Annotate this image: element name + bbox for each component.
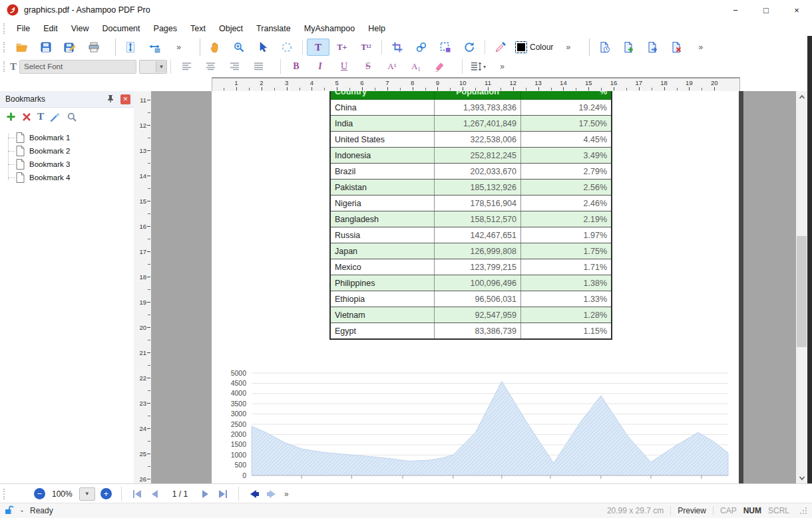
window-edge [807,36,812,496]
nav-toolbar-grip[interactable] [3,489,6,499]
eyedropper-tool-icon [495,41,507,53]
eyedropper-tool-button[interactable] [489,39,512,56]
minimize-button[interactable]: − [720,0,751,20]
fit-width-button[interactable] [143,39,166,56]
view-mode-label[interactable]: Preview [678,506,706,515]
crop-tool-button[interactable] [386,39,409,56]
rename-bookmark-icon[interactable]: T [37,111,44,122]
format-toolbar-grip[interactable] [3,61,6,72]
subscript-button[interactable]: A₁ [405,58,427,75]
scrollbar-thumb[interactable] [797,236,807,347]
italic-icon: I [318,61,321,72]
next-page-button[interactable] [197,487,214,501]
previous-page-button[interactable] [146,487,163,501]
ruler-number: 20 [711,79,718,86]
resize-grip[interactable] [800,507,808,515]
main-toolbar-grip[interactable] [3,42,6,53]
nav-overflow-button[interactable]: » [284,489,288,499]
view-overflow-button[interactable]: » [167,39,190,56]
line-spacing-button[interactable]: ▾ [467,58,489,75]
align-justify-button[interactable] [247,58,270,75]
fit-height-button[interactable] [119,39,142,56]
menu-object[interactable]: Object [212,24,250,33]
add-text-tool-button[interactable]: T+ [331,39,353,56]
bookmark-item[interactable]: Bookmark 4 [0,171,134,184]
select-tool-button[interactable] [252,39,274,56]
open-file-button[interactable] [11,39,33,56]
last-page-button[interactable] [214,487,232,501]
scroll-down-icon[interactable] [796,472,807,483]
table-cell: 1,393,783,836 [435,100,521,116]
ruler-number: 15 [585,79,592,86]
bookmark-item[interactable]: Bookmark 3 [0,158,134,171]
menu-help[interactable]: Help [361,24,392,33]
font-name-field[interactable]: Select Font [19,60,136,74]
hyperlink-tool-button[interactable] [410,39,433,56]
select-object-tool-button[interactable] [434,39,457,56]
page-add-button[interactable] [617,39,640,56]
scroll-lock-indicator: SCRL [768,506,789,515]
menu-view[interactable]: View [65,24,96,33]
page-replace-button[interactable] [593,39,616,56]
font-size-combo[interactable]: ▼ [139,60,167,74]
save-button[interactable] [35,39,57,56]
y-axis-label: 3500 [231,400,247,408]
table-row: India1,267,401,84917.50% [330,116,612,132]
bookmark-label: Bookmark 4 [29,174,70,182]
first-page-button[interactable] [128,487,146,501]
status-bar: - Ready 20.99 x 29.7 cm Preview CAP NUM … [0,503,812,518]
align-center-button[interactable] [199,58,222,75]
pin-icon[interactable] [106,94,115,105]
bookmark-item[interactable]: Bookmark 1 [0,131,134,144]
save-as-button[interactable] [59,39,81,56]
menu-grip[interactable] [3,23,6,34]
menu-translate[interactable]: Translate [250,24,298,33]
add-bookmark-icon[interactable] [6,112,16,122]
delete-bookmark-icon[interactable] [22,112,31,122]
text-numbering-tool-button[interactable]: T¹² [355,39,377,56]
edit-overflow-button[interactable]: » [556,39,579,56]
reflow-tool-button[interactable] [458,39,481,56]
rotate-selection-tool-button[interactable] [276,39,298,56]
hyperlink-tool-icon [415,41,427,53]
italic-button[interactable]: I [309,58,331,75]
align-left-button[interactable] [175,58,198,75]
scroll-up-icon[interactable] [796,91,807,102]
auto-bookmark-wand-icon[interactable] [50,112,61,122]
menu-text[interactable]: Text [184,24,212,33]
search-bookmark-icon[interactable] [67,112,77,122]
menu-edit[interactable]: Edit [37,24,65,33]
history-back-button[interactable] [246,487,263,501]
menu-pages[interactable]: Pages [147,24,184,33]
strikethrough-button[interactable]: S [357,58,379,75]
zoom-dropdown[interactable]: ▼ [79,487,95,501]
superscript-button[interactable]: A¹ [381,58,403,75]
bookmark-item[interactable]: Bookmark 2 [0,144,134,158]
menu-document[interactable]: Document [96,24,147,33]
zoom-in-button[interactable]: + [101,488,112,499]
text-tool-button[interactable]: T [307,39,329,56]
highlighter-button[interactable] [429,58,451,75]
table-cell: 158,512,570 [435,211,521,227]
bold-button[interactable]: B [285,58,307,75]
zoom-out-button[interactable]: − [34,488,45,499]
menu-file[interactable]: File [10,24,37,33]
maximize-button[interactable]: □ [751,0,781,20]
vertical-scrollbar[interactable] [796,91,807,483]
hand-tool-button[interactable] [204,39,226,56]
zoom-tool-button[interactable] [228,39,250,56]
format-overflow-button[interactable]: » [491,58,513,75]
history-forward-button[interactable] [263,487,280,501]
underline-button[interactable]: U [333,58,355,75]
panel-close-icon[interactable]: ✕ [120,94,130,104]
print-button[interactable] [83,39,105,56]
page-extract-button[interactable] [641,39,664,56]
close-button[interactable]: × [781,0,812,20]
menu-myashampoo[interactable]: MyAshampoo [298,24,361,33]
colour-picker-button[interactable]: Colour [513,39,555,56]
y-axis-label: 1500 [231,440,247,448]
align-right-button[interactable] [223,58,246,75]
pdf-page[interactable]: CountryPopulation% China1,393,783,83619.… [212,91,739,483]
pages-overflow-button[interactable]: » [689,39,711,56]
page-delete-button[interactable] [665,39,688,56]
